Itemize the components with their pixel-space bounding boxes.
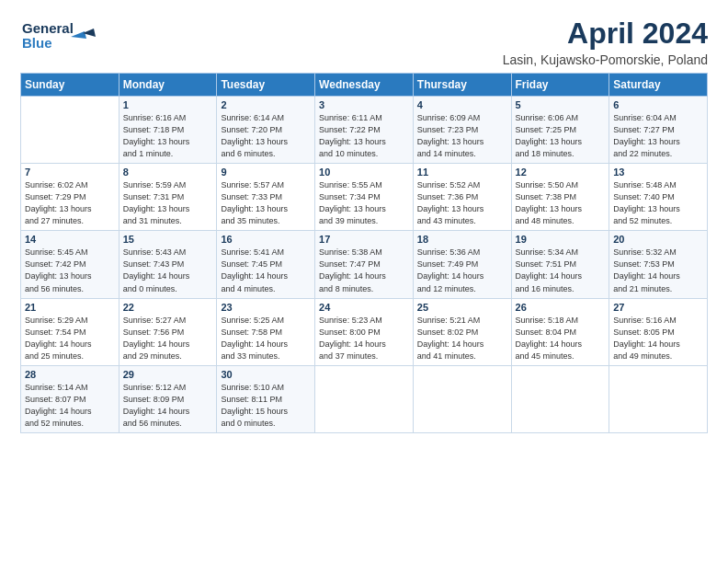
day-number: 6 bbox=[613, 99, 703, 110]
calendar-cell: 29Sunrise: 5:12 AM Sunset: 8:09 PM Dayli… bbox=[119, 365, 217, 432]
day-info: Sunrise: 5:18 AM Sunset: 8:04 PM Dayligh… bbox=[516, 315, 606, 362]
weekday-header-saturday: Saturday bbox=[609, 74, 708, 97]
calendar-cell: 30Sunrise: 5:10 AM Sunset: 8:11 PM Dayli… bbox=[217, 365, 315, 432]
calendar-cell: 25Sunrise: 5:21 AM Sunset: 8:02 PM Dayli… bbox=[413, 298, 511, 365]
week-row-2: 14Sunrise: 5:45 AM Sunset: 7:42 PM Dayli… bbox=[21, 231, 708, 298]
day-number: 15 bbox=[123, 234, 213, 245]
day-number: 13 bbox=[613, 167, 703, 178]
title-block: April 2024 Lasin, Kujawsko-Pomorskie, Po… bbox=[503, 17, 708, 67]
day-number: 29 bbox=[123, 369, 213, 380]
weekday-header-thursday: Thursday bbox=[413, 74, 511, 97]
day-number: 17 bbox=[319, 234, 409, 245]
day-info: Sunrise: 6:16 AM Sunset: 7:18 PM Dayligh… bbox=[123, 112, 213, 160]
calendar-cell: 11Sunrise: 5:52 AM Sunset: 7:36 PM Dayli… bbox=[413, 164, 511, 231]
calendar-cell: 8Sunrise: 5:59 AM Sunset: 7:31 PM Daylig… bbox=[119, 164, 217, 231]
day-number: 27 bbox=[613, 302, 703, 313]
day-info: Sunrise: 5:16 AM Sunset: 8:05 PM Dayligh… bbox=[613, 315, 703, 362]
day-number: 23 bbox=[221, 302, 311, 313]
week-row-4: 28Sunrise: 5:14 AM Sunset: 8:07 PM Dayli… bbox=[21, 365, 708, 432]
day-number: 19 bbox=[516, 234, 606, 245]
day-info: Sunrise: 5:55 AM Sunset: 7:34 PM Dayligh… bbox=[319, 179, 409, 227]
calendar-cell: 28Sunrise: 5:14 AM Sunset: 8:07 PM Dayli… bbox=[21, 365, 119, 432]
header: General Blue April 2024 Lasin, Kujawsko-… bbox=[20, 17, 708, 67]
day-info: Sunrise: 5:36 AM Sunset: 7:49 PM Dayligh… bbox=[417, 247, 507, 294]
calendar-cell bbox=[609, 365, 708, 432]
svg-text:General: General bbox=[22, 20, 74, 36]
day-number: 10 bbox=[319, 167, 409, 178]
calendar-cell bbox=[511, 365, 609, 432]
day-info: Sunrise: 5:43 AM Sunset: 7:43 PM Dayligh… bbox=[123, 247, 213, 294]
weekday-header-monday: Monday bbox=[119, 74, 217, 97]
day-info: Sunrise: 5:41 AM Sunset: 7:45 PM Dayligh… bbox=[221, 247, 311, 294]
weekday-header-wednesday: Wednesday bbox=[315, 74, 414, 97]
calendar-cell: 3Sunrise: 6:11 AM Sunset: 7:22 PM Daylig… bbox=[315, 97, 414, 164]
calendar-cell bbox=[315, 365, 414, 432]
day-number: 30 bbox=[221, 369, 311, 380]
calendar-cell: 18Sunrise: 5:36 AM Sunset: 7:49 PM Dayli… bbox=[413, 231, 511, 298]
calendar-cell bbox=[413, 365, 511, 432]
logo: General Blue bbox=[20, 17, 103, 53]
month-title: April 2024 bbox=[503, 17, 708, 51]
day-number: 18 bbox=[417, 234, 507, 245]
day-number: 25 bbox=[417, 302, 507, 313]
calendar-cell: 4Sunrise: 6:09 AM Sunset: 7:23 PM Daylig… bbox=[413, 97, 511, 164]
day-info: Sunrise: 5:12 AM Sunset: 8:09 PM Dayligh… bbox=[123, 382, 213, 430]
calendar-cell: 5Sunrise: 6:06 AM Sunset: 7:25 PM Daylig… bbox=[511, 97, 609, 164]
day-number: 9 bbox=[221, 167, 311, 178]
day-info: Sunrise: 6:11 AM Sunset: 7:22 PM Dayligh… bbox=[319, 112, 409, 160]
calendar-cell: 15Sunrise: 5:43 AM Sunset: 7:43 PM Dayli… bbox=[119, 231, 217, 298]
day-number: 26 bbox=[516, 302, 606, 313]
day-info: Sunrise: 5:25 AM Sunset: 7:58 PM Dayligh… bbox=[221, 315, 311, 362]
day-info: Sunrise: 6:04 AM Sunset: 7:27 PM Dayligh… bbox=[613, 112, 703, 160]
weekday-header-row: SundayMondayTuesdayWednesdayThursdayFrid… bbox=[21, 74, 708, 97]
logo-svg: General Blue bbox=[20, 17, 103, 53]
day-number: 24 bbox=[319, 302, 409, 313]
day-number: 1 bbox=[123, 99, 213, 110]
day-number: 20 bbox=[613, 234, 703, 245]
calendar-cell bbox=[21, 97, 119, 164]
calendar-cell: 21Sunrise: 5:29 AM Sunset: 7:54 PM Dayli… bbox=[21, 298, 119, 365]
day-number: 5 bbox=[516, 99, 606, 110]
day-info: Sunrise: 6:02 AM Sunset: 7:29 PM Dayligh… bbox=[25, 179, 115, 227]
day-info: Sunrise: 5:50 AM Sunset: 7:38 PM Dayligh… bbox=[516, 179, 606, 227]
weekday-header-sunday: Sunday bbox=[21, 74, 119, 97]
day-number: 8 bbox=[123, 167, 213, 178]
calendar-cell: 24Sunrise: 5:23 AM Sunset: 8:00 PM Dayli… bbox=[315, 298, 414, 365]
calendar-cell: 13Sunrise: 5:48 AM Sunset: 7:40 PM Dayli… bbox=[609, 164, 708, 231]
calendar-cell: 12Sunrise: 5:50 AM Sunset: 7:38 PM Dayli… bbox=[511, 164, 609, 231]
calendar-cell: 7Sunrise: 6:02 AM Sunset: 7:29 PM Daylig… bbox=[21, 164, 119, 231]
day-number: 21 bbox=[25, 302, 115, 313]
day-info: Sunrise: 5:10 AM Sunset: 8:11 PM Dayligh… bbox=[221, 382, 311, 430]
day-info: Sunrise: 6:09 AM Sunset: 7:23 PM Dayligh… bbox=[417, 112, 507, 160]
calendar-cell: 9Sunrise: 5:57 AM Sunset: 7:33 PM Daylig… bbox=[217, 164, 315, 231]
day-number: 12 bbox=[516, 167, 606, 178]
calendar-cell: 1Sunrise: 6:16 AM Sunset: 7:18 PM Daylig… bbox=[119, 97, 217, 164]
calendar-cell: 20Sunrise: 5:32 AM Sunset: 7:53 PM Dayli… bbox=[609, 231, 708, 298]
day-number: 2 bbox=[221, 99, 311, 110]
calendar-cell: 26Sunrise: 5:18 AM Sunset: 8:04 PM Dayli… bbox=[511, 298, 609, 365]
page: General Blue April 2024 Lasin, Kujawsko-… bbox=[0, 0, 728, 563]
calendar-cell: 2Sunrise: 6:14 AM Sunset: 7:20 PM Daylig… bbox=[217, 97, 315, 164]
day-number: 22 bbox=[123, 302, 213, 313]
calendar-cell: 27Sunrise: 5:16 AM Sunset: 8:05 PM Dayli… bbox=[609, 298, 708, 365]
svg-text:Blue: Blue bbox=[22, 35, 52, 51]
day-info: Sunrise: 5:38 AM Sunset: 7:47 PM Dayligh… bbox=[319, 247, 409, 294]
day-info: Sunrise: 5:45 AM Sunset: 7:42 PM Dayligh… bbox=[25, 247, 115, 294]
calendar-cell: 6Sunrise: 6:04 AM Sunset: 7:27 PM Daylig… bbox=[609, 97, 708, 164]
day-info: Sunrise: 5:29 AM Sunset: 7:54 PM Dayligh… bbox=[25, 315, 115, 362]
day-number: 14 bbox=[25, 234, 115, 245]
calendar-cell: 10Sunrise: 5:55 AM Sunset: 7:34 PM Dayli… bbox=[315, 164, 414, 231]
calendar-cell: 19Sunrise: 5:34 AM Sunset: 7:51 PM Dayli… bbox=[511, 231, 609, 298]
day-info: Sunrise: 5:52 AM Sunset: 7:36 PM Dayligh… bbox=[417, 179, 507, 227]
day-info: Sunrise: 6:14 AM Sunset: 7:20 PM Dayligh… bbox=[221, 112, 311, 160]
calendar-cell: 17Sunrise: 5:38 AM Sunset: 7:47 PM Dayli… bbox=[315, 231, 414, 298]
day-info: Sunrise: 5:57 AM Sunset: 7:33 PM Dayligh… bbox=[221, 179, 311, 227]
day-info: Sunrise: 5:21 AM Sunset: 8:02 PM Dayligh… bbox=[417, 315, 507, 362]
day-number: 28 bbox=[25, 369, 115, 380]
day-info: Sunrise: 5:27 AM Sunset: 7:56 PM Dayligh… bbox=[123, 315, 213, 362]
day-info: Sunrise: 5:23 AM Sunset: 8:00 PM Dayligh… bbox=[319, 315, 409, 362]
day-info: Sunrise: 5:34 AM Sunset: 7:51 PM Dayligh… bbox=[516, 247, 606, 294]
day-number: 11 bbox=[417, 167, 507, 178]
day-number: 16 bbox=[221, 234, 311, 245]
day-info: Sunrise: 6:06 AM Sunset: 7:25 PM Dayligh… bbox=[516, 112, 606, 160]
